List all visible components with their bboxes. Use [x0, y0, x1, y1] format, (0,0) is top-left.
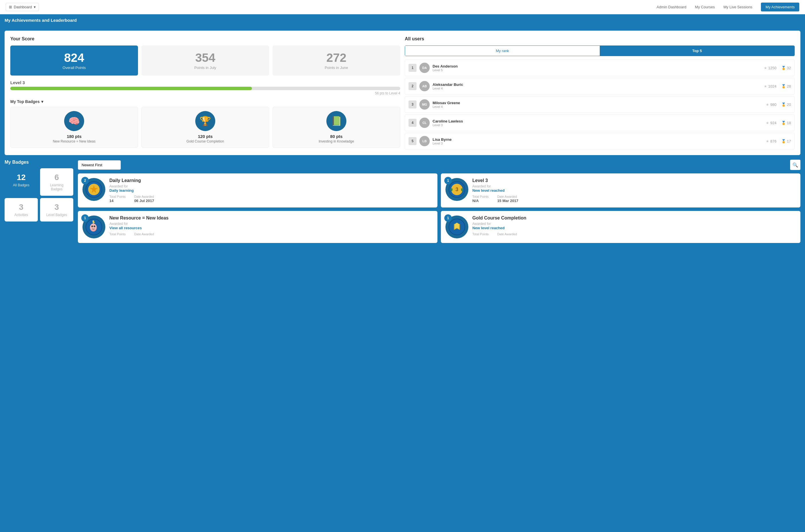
lb-rank-3: 3: [409, 100, 416, 109]
badge-awarded-label-1: Awarded for: [472, 184, 796, 188]
lb-name-2: Aleksandar Buric: [433, 82, 764, 87]
lb-avatar-1: DA: [419, 63, 430, 73]
badge-count-1: 1: [444, 177, 452, 184]
lb-points-2: 1024: [768, 84, 776, 89]
badge-awarded-val-3[interactable]: New level reached: [472, 226, 796, 230]
sort-wrapper: Newest First Oldest First Most Points: [78, 160, 121, 170]
lb-stat-points-2: ★ 1024: [764, 84, 776, 89]
star-icon: ★: [766, 102, 769, 107]
svg-point-10: [92, 220, 94, 222]
search-button[interactable]: 🔍: [790, 160, 801, 170]
leaderboard-rows: 1 DA Des Anderson Level 5 ★ 1250: [405, 59, 795, 149]
top-badges-header[interactable]: My Top Badges ▾: [10, 99, 400, 104]
badge-tile-activities[interactable]: 3 Activities: [4, 198, 38, 222]
score-cards: 824 Overall Points 354 Points in July 27…: [10, 45, 400, 76]
badge-name-0: New Resource = New Ideas: [14, 139, 135, 144]
star-icon: ★: [766, 139, 769, 144]
badge-pts-0: 180 pts: [14, 134, 135, 139]
lb-row-4: 4 CL Caroline Lawless Level 3 ★ 924: [405, 114, 795, 131]
badge-awarded-label-0: Awarded for: [109, 184, 433, 188]
nav-link-my-courses[interactable]: My Courses: [695, 5, 715, 9]
tab-my-rank[interactable]: My rank: [405, 46, 600, 56]
badge-item-title-2: New Resource = New Ideas: [109, 215, 433, 221]
badge-icon-wrap-1: 3 1: [446, 178, 468, 201]
badge-tile-label-level: Level Badges: [45, 213, 69, 217]
lb-row-2: 2 AB Aleksandar Buric Level 4 ★ 1024: [405, 78, 795, 94]
badge-meta-points-2: Total Points: [109, 232, 126, 236]
lb-rank-1: 1: [409, 64, 416, 72]
badge-meta-points-label-1: Total Points: [472, 195, 489, 198]
nav-brand-label: Dashboard: [14, 5, 32, 9]
badge-pts-2: 80 pts: [276, 134, 397, 139]
lb-name-3: Milosav Greene: [433, 101, 766, 105]
sort-select[interactable]: Newest First Oldest First Most Points: [78, 160, 121, 170]
badge-meta-date-label-2: Date Awarded: [134, 232, 154, 236]
badge-tile-level[interactable]: 3 Level Badges: [40, 198, 73, 222]
june-points-card: 272 Points in June: [273, 45, 400, 76]
lb-row-1: 1 DA Des Anderson Level 5 ★ 1250: [405, 59, 795, 76]
badge-meta-date-label-3: Date Awarded: [497, 232, 517, 236]
badge-meta-points-val-0: 14: [109, 198, 113, 203]
leaderboard-title: All users: [405, 36, 795, 41]
lb-avatar-3: MG: [419, 99, 430, 110]
lb-points-5: 876: [770, 139, 776, 144]
star-icon: ★: [764, 84, 767, 89]
bottom-section: My Badges 12 All Badges 6 Learning Badge…: [4, 160, 801, 243]
badge-meta-date-label-1: Date Awarded: [497, 195, 519, 198]
badge-count-3: 1: [444, 214, 452, 222]
nav-link-admin-dashboard[interactable]: Admin Dashboard: [657, 5, 687, 9]
page-header: My Achievements and Leaderboard: [0, 14, 805, 26]
lb-stats-3: ★ 980 🏅 20: [766, 102, 791, 107]
badges-content: Newest First Oldest First Most Points 🔍: [78, 160, 801, 243]
badge-tile-label-activities: Activities: [9, 213, 33, 217]
badge-awarded-val-1[interactable]: New level reached: [472, 188, 796, 193]
trophy-icon: 🏅: [781, 66, 786, 70]
level-label: Level 3: [10, 80, 400, 85]
lb-info-5: Lisa Byrne Level 3: [433, 137, 766, 145]
chevron-down-icon: ▾: [34, 5, 36, 9]
nav-link-my-live-sessions[interactable]: My Live Sessions: [724, 5, 752, 9]
badge-meta-date-3: Date Awarded: [497, 232, 517, 236]
badge-meta-points-0: Total Points 14: [109, 195, 126, 203]
chevron-down-icon: ▾: [41, 99, 43, 104]
lb-points-1: 1250: [768, 66, 776, 70]
lb-level-1: Level 5: [433, 69, 764, 72]
badge-tile-learning[interactable]: 6 Learning Badges: [40, 168, 73, 196]
june-points-label: Points in June: [277, 65, 396, 70]
lb-level-2: Level 4: [433, 87, 764, 90]
lb-info-3: Milosav Greene Level 4: [433, 101, 766, 109]
july-points-value: 354: [146, 51, 264, 64]
badge-tile-num-activities: 3: [9, 203, 33, 212]
badge-tile-all[interactable]: 12 All Badges: [4, 168, 38, 196]
lb-stat-points-1: ★ 1250: [764, 66, 776, 70]
badge-icon-wrap-2: 1: [82, 215, 105, 239]
badge-awarded-val-0[interactable]: Daily learning: [109, 188, 433, 193]
badge-meta-points-3: Total Points: [472, 232, 489, 236]
lb-badges-2: 28: [787, 84, 791, 89]
badge-tile-num-learning: 6: [45, 173, 69, 182]
badge-img-trophy: 🏆: [195, 111, 215, 131]
badge-meta-date-val-0: 06 Jul 2017: [134, 198, 154, 203]
level3-badge-svg: 3: [448, 181, 466, 198]
badge-icon-wrap-0: 2: [82, 178, 105, 201]
badge-count-0: 2: [81, 177, 89, 184]
badge-meta-0: Total Points 14 Date Awarded 06 Jul 2017: [109, 195, 433, 203]
badge-img-book: 📗: [326, 111, 347, 131]
level-progress-bar: [10, 87, 400, 90]
badge-awarded-val-2[interactable]: View all resources: [109, 226, 433, 230]
badge-item-info-1: Level 3 Awarded for New level reached To…: [472, 178, 796, 203]
top-grid: Your Score 824 Overall Points 354 Points…: [10, 36, 795, 149]
badge-tile-label-learning: Learning Badges: [45, 183, 69, 191]
lb-level-5: Level 3: [433, 142, 766, 145]
nav-brand[interactable]: ⊞ Dashboard ▾: [6, 3, 39, 11]
badge-tile-num-level: 3: [45, 203, 69, 212]
lb-level-4: Level 3: [433, 124, 766, 127]
badge-meta-points-1: Total Points N/A: [472, 195, 489, 203]
nav-link-my-achievements[interactable]: My Achievements: [761, 3, 799, 12]
level-progress-text: 56 pts to Level 4: [10, 91, 400, 95]
lb-stat-badges-1: 🏅 32: [781, 66, 791, 70]
lb-row-3: 3 MG Milosav Greene Level 4 ★ 980: [405, 96, 795, 113]
july-points-label: Points in July: [146, 65, 264, 70]
tab-top-5[interactable]: Top 5: [600, 46, 794, 56]
badges-top-bar: Newest First Oldest First Most Points 🔍: [78, 160, 801, 170]
